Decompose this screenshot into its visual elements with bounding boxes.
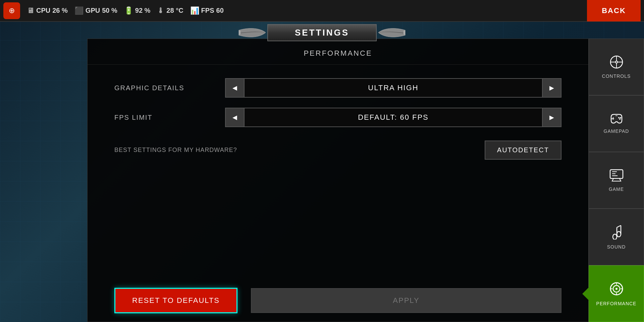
cpu-value: 26 % (52, 7, 68, 14)
svg-point-4 (616, 61, 617, 63)
back-button[interactable]: BACK (587, 0, 641, 21)
apply-button[interactable]: APPLY (251, 288, 561, 313)
temp-stat: 🌡 28 °C (157, 6, 183, 15)
temp-icon: 🌡 (157, 6, 164, 15)
svg-point-8 (620, 117, 621, 118)
fps-limit-prev-button[interactable]: ◀ (225, 108, 245, 127)
settings-body: GRAPHIC DETAILS ◀ ULTRA HIGH ▶ FPS LIMIT… (88, 65, 588, 279)
wing-right-icon (377, 23, 407, 42)
cpu-label: CPU (36, 7, 50, 14)
game-label: GAME (609, 186, 624, 192)
reset-button[interactable]: RESET TO DEFAULTS (114, 288, 237, 313)
hardware-label: BEST SETTINGS FOR MY HARDWARE? (114, 147, 237, 154)
controls-label: CONTROLS (602, 73, 631, 79)
fps-stat: 📊 FPS 60 (190, 6, 224, 15)
fps-limit-value: DEFAULT: 60 FPS (245, 108, 542, 127)
svg-point-19 (617, 231, 621, 237)
graphic-details-label: GRAPHIC DETAILS (114, 84, 215, 92)
sound-label: SOUND (607, 244, 626, 250)
graphic-details-prev-button[interactable]: ◀ (225, 78, 245, 98)
cpu-stat: 🖥 CPU 26 % (27, 6, 68, 15)
sidebar-item-game[interactable]: GAME (589, 152, 644, 209)
main-content: PERFORMANCE GRAPHIC DETAILS ◀ ULTRA HIGH… (87, 39, 589, 322)
cpu-icon: 🖥 (27, 6, 34, 15)
right-sidebar: CONTROLS GAMEPAD GAME (589, 39, 644, 322)
performance-icon (609, 281, 624, 298)
gpu-stat: ⬛ GPU 50 % (74, 6, 117, 15)
graphic-details-control: ◀ ULTRA HIGH ▶ (225, 78, 561, 98)
title-wrapper: SETTINGS (237, 23, 407, 42)
battery-value: 92 % (135, 7, 151, 14)
performance-label: PERFORMANCE (596, 301, 637, 306)
temp-value: 28 °C (166, 7, 183, 14)
fps-icon: 📊 (190, 6, 199, 15)
svg-rect-11 (610, 170, 623, 178)
settings-title: SETTINGS (295, 28, 349, 38)
fps-limit-next-button[interactable]: ▶ (542, 108, 561, 127)
top-bar-stats: ⊕ 🖥 CPU 26 % ⬛ GPU 50 % 🔋 92 % 🌡 28 °C 📊… (3, 2, 224, 19)
svg-line-17 (617, 225, 621, 227)
svg-point-22 (615, 288, 618, 290)
controls-icon (610, 55, 623, 71)
graphic-details-value: ULTRA HIGH (245, 78, 542, 98)
sidebar-item-gamepad[interactable]: GAMEPAD (589, 95, 644, 152)
svg-point-15 (613, 234, 617, 239)
svg-rect-6 (611, 118, 614, 119)
gamepad-icon (609, 114, 624, 126)
settings-title-container: SETTINGS (237, 22, 407, 42)
hardware-row: BEST SETTINGS FOR MY HARDWARE? AUTODETEC… (114, 141, 561, 160)
sidebar-item-controls[interactable]: CONTROLS (589, 39, 644, 95)
autodetect-button[interactable]: AUTODETECT (485, 141, 561, 160)
fps-label: FPS (201, 7, 214, 14)
game-icon (609, 169, 624, 184)
gpu-label: GPU (86, 7, 100, 14)
gpu-icon: ⬛ (74, 6, 84, 15)
wing-left-icon (237, 23, 267, 42)
gpu-value: 50 % (102, 7, 117, 14)
sidebar-item-performance[interactable]: PERFORMANCE (589, 265, 644, 322)
bottom-bar: RESET TO DEFAULTS APPLY (88, 279, 588, 322)
sidebar-item-sound[interactable]: SOUND (589, 209, 644, 265)
crosshair-icon: ⊕ (3, 2, 20, 19)
battery-stat: 🔋 92 % (124, 6, 151, 15)
svg-point-7 (618, 117, 620, 118)
fps-value: 60 (216, 7, 224, 14)
settings-title-bg: SETTINGS (267, 24, 377, 41)
top-bar: ⊕ 🖥 CPU 26 % ⬛ GPU 50 % 🔋 92 % 🌡 28 °C 📊… (0, 0, 644, 22)
fps-limit-row: FPS LIMIT ◀ DEFAULT: 60 FPS ▶ (114, 108, 561, 127)
gamepad-label: GAMEPAD (604, 128, 629, 134)
section-title: PERFORMANCE (88, 39, 588, 65)
fps-limit-label: FPS LIMIT (114, 114, 215, 121)
fps-limit-control: ◀ DEFAULT: 60 FPS ▶ (225, 108, 561, 127)
sound-icon (610, 225, 623, 241)
graphic-details-next-button[interactable]: ▶ (542, 78, 561, 98)
graphic-details-row: GRAPHIC DETAILS ◀ ULTRA HIGH ▶ (114, 78, 561, 98)
battery-icon: 🔋 (124, 6, 133, 15)
svg-point-9 (619, 118, 621, 120)
